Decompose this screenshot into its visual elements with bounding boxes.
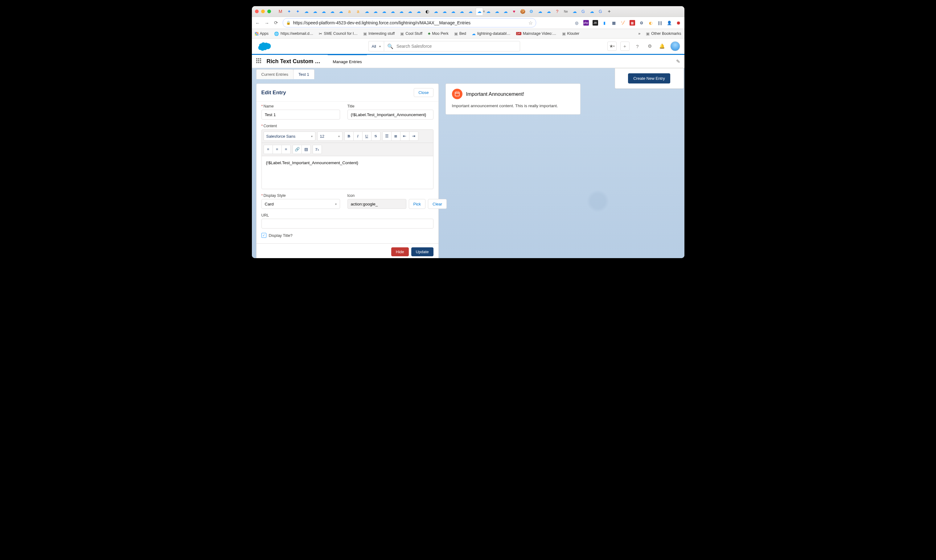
extension-icon[interactable]: ▦ xyxy=(611,20,617,26)
nav-tab-manage-entries[interactable]: Manage Entries xyxy=(328,54,367,68)
extension-icon[interactable]: ∥∥ xyxy=(657,20,663,26)
bookmark-item[interactable]: DRMainstage Video:… xyxy=(516,31,557,36)
rte-size-select[interactable]: 12▾ xyxy=(317,132,342,141)
browser-tab[interactable]: ✦ xyxy=(286,8,293,15)
forward-icon[interactable]: → xyxy=(264,20,270,26)
extension-icon[interactable]: ゾ xyxy=(620,20,626,26)
url-input[interactable] xyxy=(261,219,433,229)
browser-tab[interactable]: M xyxy=(277,8,284,15)
browser-tab[interactable]: ☁ xyxy=(485,8,492,15)
browser-tab[interactable]: ☁ xyxy=(537,8,544,15)
bookmark-folder[interactable]: ▣Klouter xyxy=(562,31,580,36)
notifications-bell-icon[interactable]: 🔔 xyxy=(658,42,666,51)
browser-tab[interactable]: ☁ xyxy=(364,8,370,15)
hide-button[interactable]: Hide xyxy=(391,247,409,256)
browser-tab[interactable]: ☁ xyxy=(458,8,465,15)
help-icon[interactable]: ? xyxy=(633,42,642,51)
browser-tab[interactable]: ☁ xyxy=(493,8,500,15)
browser-tab[interactable]: ✦ xyxy=(295,8,301,15)
extension-icon[interactable]: JB xyxy=(592,20,598,26)
browser-tab[interactable]: ☁ xyxy=(407,8,413,15)
browser-tab[interactable]: ☁ xyxy=(312,8,318,15)
image-icon[interactable]: ▧ xyxy=(302,145,310,154)
extension-icon[interactable]: ⬣ xyxy=(676,20,682,26)
browser-tab[interactable]: ☁ xyxy=(381,8,387,15)
browser-tab[interactable]: ☁ xyxy=(589,8,595,15)
favorites-button[interactable]: ★▾ xyxy=(608,42,617,51)
browser-tab[interactable]: ☁ xyxy=(415,8,422,15)
browser-tab[interactable]: Ne xyxy=(563,8,569,15)
other-bookmarks[interactable]: ▣Other Bookmarks xyxy=(646,31,681,36)
outdent-icon[interactable]: ⇤ xyxy=(401,132,409,140)
underline-icon[interactable]: U xyxy=(362,132,372,140)
browser-tab[interactable]: ☁ xyxy=(450,8,456,15)
search-scope-select[interactable]: All xyxy=(369,41,384,51)
display-style-select[interactable]: Card▾ xyxy=(261,199,340,209)
clear-format-icon[interactable]: Tx xyxy=(313,145,322,154)
browser-tab[interactable]: ☁ xyxy=(441,8,448,15)
bookmark-item[interactable]: ✂SME Council for I… xyxy=(319,31,358,36)
subtab-current-entries[interactable]: Current Entries xyxy=(256,69,293,79)
bookmark-item[interactable]: 🌐https://webmail.d… xyxy=(274,31,313,36)
browser-tab-active[interactable]: ☁✕ xyxy=(476,8,483,15)
bookmarks-overflow[interactable]: » xyxy=(638,31,640,36)
browser-tab[interactable]: ⚙ xyxy=(528,8,535,15)
italic-icon[interactable]: I xyxy=(354,132,362,140)
bullet-list-icon[interactable]: ☰ xyxy=(382,132,392,140)
search-input[interactable] xyxy=(396,43,517,49)
browser-tab[interactable]: ♥ xyxy=(511,8,518,15)
browser-tab[interactable]: ? xyxy=(554,8,561,15)
checkbox-icon[interactable]: ✓ xyxy=(261,233,266,238)
bookmark-folder[interactable]: ▣Cool Stuff xyxy=(400,31,423,36)
browser-tab[interactable]: ☁ xyxy=(467,8,474,15)
bookmark-item[interactable]: ♣Moo Perk xyxy=(428,31,449,36)
new-tab-button[interactable]: ＋ xyxy=(606,8,612,15)
extension-icon[interactable]: ◎ xyxy=(574,20,580,26)
reload-icon[interactable]: ⟳ xyxy=(273,20,279,26)
extension-icon[interactable]: ▮ xyxy=(602,20,608,26)
browser-tab[interactable]: ☁ xyxy=(389,8,396,15)
title-input[interactable] xyxy=(347,110,433,120)
browser-tab[interactable]: ☁ xyxy=(372,8,379,15)
browser-tab[interactable]: ☁ xyxy=(320,8,327,15)
browser-tab[interactable]: ☁ xyxy=(571,8,578,15)
name-input[interactable] xyxy=(261,110,340,120)
display-title-checkbox-row[interactable]: ✓ Display Title? xyxy=(261,232,433,243)
number-list-icon[interactable]: ≣ xyxy=(392,132,401,140)
extension-icon[interactable]: ▦ xyxy=(629,20,635,26)
extension-icon[interactable]: php xyxy=(583,20,589,26)
extension-icon[interactable]: ⚙ xyxy=(639,20,645,26)
clear-button[interactable]: Clear xyxy=(428,199,447,209)
bookmark-item[interactable]: ☁lightning-datatabl… xyxy=(472,31,510,36)
subtab-test-1[interactable]: Test 1 xyxy=(293,69,315,79)
close-window-icon[interactable] xyxy=(255,9,259,13)
browser-tab[interactable]: G xyxy=(597,8,604,15)
search-box[interactable]: 🔍 xyxy=(384,41,520,51)
strike-icon[interactable]: S xyxy=(372,132,380,140)
omnibox[interactable]: 🔒 https://speed-platform-4523-dev-ed.lig… xyxy=(283,18,536,28)
setup-gear-icon[interactable]: ⚙ xyxy=(646,42,654,51)
back-icon[interactable]: ← xyxy=(255,20,261,26)
user-avatar[interactable] xyxy=(670,41,680,51)
browser-tab[interactable]: a xyxy=(346,8,353,15)
link-icon[interactable]: 🔗 xyxy=(293,145,302,154)
browser-tab[interactable]: G xyxy=(580,8,587,15)
browser-tab[interactable]: 🍪 xyxy=(520,8,526,15)
align-left-icon[interactable]: ≡ xyxy=(264,145,273,154)
app-launcher-icon[interactable] xyxy=(256,58,262,65)
browser-tab[interactable]: ☁ xyxy=(545,8,552,15)
bookmark-folder[interactable]: ▣Bed xyxy=(454,31,466,36)
indent-icon[interactable]: ⇥ xyxy=(409,132,418,140)
browser-tab[interactable]: ☁ xyxy=(303,8,310,15)
rte-font-select[interactable]: Salesforce Sans▾ xyxy=(264,132,315,141)
browser-tab[interactable]: ☁ xyxy=(433,8,439,15)
browser-tab[interactable]: ☁ xyxy=(338,8,344,15)
bold-icon[interactable]: B xyxy=(345,132,354,140)
align-center-icon[interactable]: ≡ xyxy=(273,145,282,154)
zoom-window-icon[interactable] xyxy=(267,9,271,13)
salesforce-logo[interactable] xyxy=(256,41,271,52)
close-button[interactable]: Close xyxy=(414,88,433,97)
browser-tab[interactable]: ☁ xyxy=(398,8,405,15)
edit-nav-pencil-icon[interactable]: ✎ xyxy=(676,58,680,65)
extension-icon[interactable]: ◐ xyxy=(648,20,654,26)
